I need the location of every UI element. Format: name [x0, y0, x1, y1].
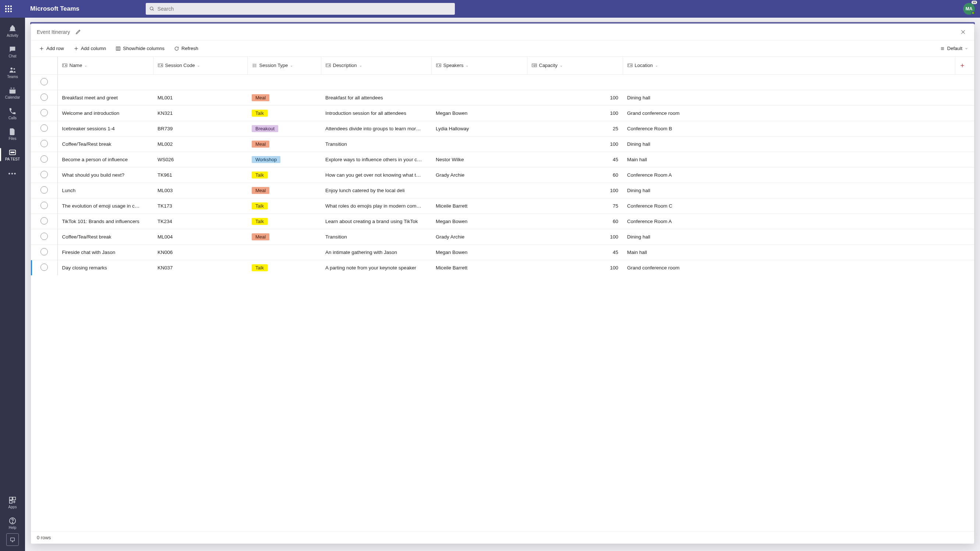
row-select-cell[interactable]: [31, 260, 57, 276]
table-row[interactable]: Day closing remarks KN037 Talk A parting…: [31, 260, 974, 276]
cell-location[interactable]: Dining hall: [623, 136, 955, 152]
cell-desc[interactable]: Explore ways to influence others in your…: [321, 152, 431, 167]
row-radio[interactable]: [40, 124, 48, 132]
row-select-cell[interactable]: [31, 229, 57, 244]
cell-speakers[interactable]: [431, 136, 527, 152]
rail-help[interactable]: Help: [0, 513, 25, 533]
row-radio[interactable]: [40, 248, 48, 255]
show-hide-columns-button[interactable]: Show/hide columns: [113, 44, 167, 53]
row-radio[interactable]: [40, 171, 48, 178]
cell-type[interactable]: Talk: [247, 167, 321, 183]
col-speakers-header[interactable]: Speakers⌄: [431, 57, 527, 74]
cell-capacity[interactable]: 100: [527, 260, 623, 276]
cell-speakers[interactable]: Megan Bowen: [431, 244, 527, 260]
cell-speakers[interactable]: [431, 90, 527, 105]
table-row[interactable]: What should you build next? TK961 Talk H…: [31, 167, 974, 183]
cell-capacity[interactable]: 75: [527, 198, 623, 213]
cell-location[interactable]: Dining hall: [623, 183, 955, 198]
table-row[interactable]: Coffee/Tea/Rest break ML004 Meal Transit…: [31, 229, 974, 244]
cell-type[interactable]: Talk: [247, 198, 321, 213]
cell-code[interactable]: ML003: [153, 183, 247, 198]
cell-capacity[interactable]: 45: [527, 152, 623, 167]
cell-desc[interactable]: Transition: [321, 229, 431, 244]
cell-name[interactable]: Icebreaker sessions 1-4: [57, 121, 153, 136]
col-code-header[interactable]: Session Code⌄: [153, 57, 247, 74]
cell-code[interactable]: ML004: [153, 229, 247, 244]
cell-location[interactable]: Conference Room B: [623, 121, 955, 136]
search-box[interactable]: [146, 3, 455, 15]
cell-location[interactable]: Main hall: [623, 152, 955, 167]
cell-speakers[interactable]: Grady Archie: [431, 167, 527, 183]
table-row[interactable]: Icebreaker sessions 1-4 BR739 Breakout A…: [31, 121, 974, 136]
cell-location[interactable]: Dining hall: [623, 90, 955, 105]
row-select-cell[interactable]: [31, 152, 57, 167]
cell-desc[interactable]: A parting note from your keynote speaker: [321, 260, 431, 276]
cell-capacity[interactable]: 100: [527, 105, 623, 121]
rail-more[interactable]: •••: [8, 165, 17, 183]
row-select-cell[interactable]: [31, 105, 57, 121]
cell-type[interactable]: Breakout: [247, 121, 321, 136]
cell-speakers[interactable]: Grady Archie: [431, 229, 527, 244]
cell-speakers[interactable]: Nestor Wilke: [431, 152, 527, 167]
row-select-cell[interactable]: [31, 90, 57, 105]
cell-type[interactable]: Meal: [247, 136, 321, 152]
cell-name[interactable]: Breakfast meet and greet: [57, 90, 153, 105]
cell-desc[interactable]: Transition: [321, 136, 431, 152]
table-row[interactable]: Welcome and introduction KN321 Talk Intr…: [31, 105, 974, 121]
rail-apps[interactable]: Apps: [0, 492, 25, 513]
rail-files[interactable]: Files: [0, 124, 25, 144]
cell-type[interactable]: Workshop: [247, 152, 321, 167]
rail-patest[interactable]: PA TEST: [0, 144, 25, 165]
cell-code[interactable]: TK961: [153, 167, 247, 183]
rail-activity[interactable]: Activity: [0, 21, 25, 41]
cell-name[interactable]: Coffee/Tea/Rest break: [57, 229, 153, 244]
col-location-header[interactable]: Location⌄: [623, 57, 955, 74]
row-radio[interactable]: [40, 202, 48, 209]
row-radio[interactable]: [40, 109, 48, 116]
cell-name[interactable]: Become a person of influence: [57, 152, 153, 167]
table-row[interactable]: Coffee/Tea/Rest break ML002 Meal Transit…: [31, 136, 974, 152]
layout-selector[interactable]: Default: [940, 46, 968, 51]
add-column-button[interactable]: Add column: [72, 44, 108, 53]
cell-desc[interactable]: An intimate gathering with Jason: [321, 244, 431, 260]
row-radio[interactable]: [40, 264, 48, 271]
cell-speakers[interactable]: Megan Bowen: [431, 105, 527, 121]
cell-name[interactable]: TikTok 101: Brands and influencers: [57, 213, 153, 229]
cell-code[interactable]: BR739: [153, 121, 247, 136]
cell-type[interactable]: Talk: [247, 260, 321, 276]
app-launcher-icon[interactable]: [5, 6, 12, 12]
cell-code[interactable]: TK173: [153, 198, 247, 213]
cell-desc[interactable]: Enjoy lunch catered by the local deli: [321, 183, 431, 198]
cell-code[interactable]: ML002: [153, 136, 247, 152]
row-select-cell[interactable]: [31, 136, 57, 152]
select-all-header[interactable]: [31, 57, 57, 74]
cell-code[interactable]: KN037: [153, 260, 247, 276]
close-icon[interactable]: [958, 27, 968, 37]
cell-desc[interactable]: Attendees divide into groups to learn mo…: [321, 121, 431, 136]
download-app-button[interactable]: [6, 533, 19, 546]
row-radio[interactable]: [40, 233, 48, 240]
col-name-header[interactable]: Name⌄: [57, 57, 153, 74]
cell-speakers[interactable]: Lydia Halloway: [431, 121, 527, 136]
cell-location[interactable]: Dining hall: [623, 229, 955, 244]
row-radio[interactable]: [40, 217, 48, 225]
col-type-header[interactable]: Session Type⌄: [247, 57, 321, 74]
cell-code[interactable]: WS026: [153, 152, 247, 167]
cell-capacity[interactable]: 25: [527, 121, 623, 136]
cell-type[interactable]: Talk: [247, 105, 321, 121]
cell-name[interactable]: Day closing remarks: [57, 260, 153, 276]
cell-type[interactable]: Meal: [247, 183, 321, 198]
cell-name[interactable]: Lunch: [57, 183, 153, 198]
row-select-cell[interactable]: [31, 244, 57, 260]
cell-speakers[interactable]: Miceile Barrett: [431, 198, 527, 213]
cell-type[interactable]: [247, 244, 321, 260]
cell-code[interactable]: ML001: [153, 90, 247, 105]
cell-speakers[interactable]: Miceile Barrett: [431, 260, 527, 276]
rail-calendar[interactable]: Calendar: [0, 83, 25, 103]
cell-speakers[interactable]: [431, 183, 527, 198]
cell-name[interactable]: The evolution of emoji usage in c…: [57, 198, 153, 213]
cell-location[interactable]: Conference Room A: [623, 167, 955, 183]
rename-icon[interactable]: [73, 28, 83, 37]
cell-desc[interactable]: Breakfast for all attendees: [321, 90, 431, 105]
cell-name[interactable]: What should you build next?: [57, 167, 153, 183]
